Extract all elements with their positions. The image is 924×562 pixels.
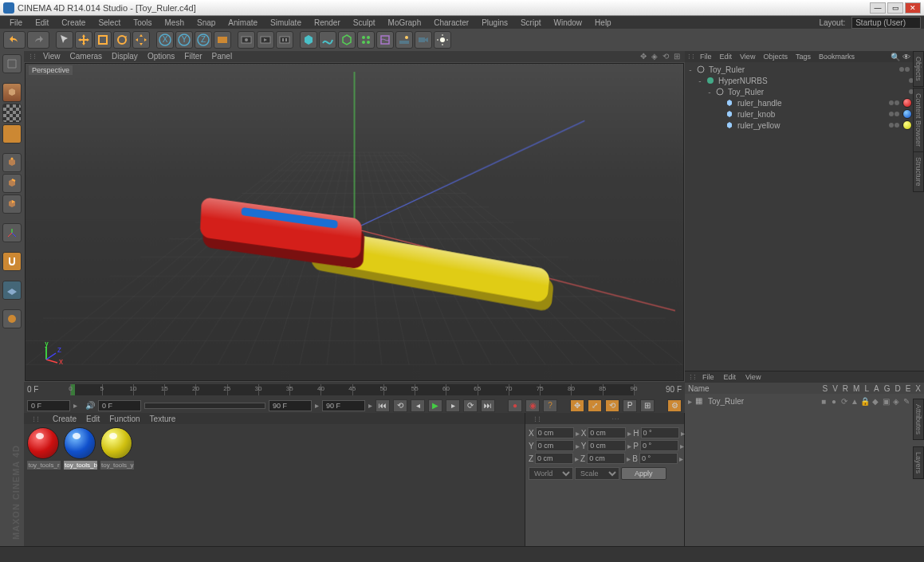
attr-v-icon[interactable]: ● <box>830 397 838 405</box>
close-button[interactable]: ✕ <box>905 2 921 14</box>
coord-sz-input[interactable] <box>587 453 625 464</box>
workplane-button[interactable] <box>2 281 22 300</box>
key-scale-button[interactable]: ⤢ <box>588 399 602 412</box>
coord-system[interactable] <box>214 31 231 49</box>
material-item[interactable]: toy_tools_y <box>100 427 134 470</box>
view-pan-icon[interactable]: ✥ <box>639 52 648 61</box>
drag-handle-icon[interactable]: ⫶⫶ <box>27 415 45 423</box>
layout-selector[interactable]: Startup (User) <box>851 17 921 29</box>
vtab-structure[interactable]: Structure <box>913 151 924 192</box>
attr-s-icon[interactable]: ■ <box>820 397 828 405</box>
next-frame-button[interactable]: ▸ <box>446 399 460 412</box>
objmenu-objects[interactable]: Objects <box>759 53 792 61</box>
coord-mode1-select[interactable]: World <box>529 467 573 480</box>
objmenu-file[interactable]: File <box>696 53 716 61</box>
keyframe-help-button[interactable]: ? <box>543 399 557 412</box>
spinner-icon[interactable]: ▸ <box>315 401 319 410</box>
object-name[interactable]: Toy_Ruler <box>707 65 898 74</box>
menu-mograph[interactable]: MoGraph <box>382 18 428 27</box>
menu-simulate[interactable]: Simulate <box>264 18 308 27</box>
x-axis-lock[interactable]: X <box>156 31 174 49</box>
menu-snap[interactable]: Snap <box>191 18 222 27</box>
attrmenu-edit[interactable]: Edit <box>719 373 741 381</box>
move-tool[interactable] <box>75 31 92 49</box>
coord-sx-input[interactable] <box>588 427 626 438</box>
search-icon[interactable]: 🔍 <box>891 52 900 61</box>
vmenu-display[interactable]: Display <box>107 52 143 61</box>
coord-y-input[interactable] <box>536 440 574 451</box>
z-axis-lock[interactable]: Z <box>195 31 212 49</box>
prev-frame-button[interactable]: ◂ <box>411 399 425 412</box>
material-list[interactable]: toy_tools_rtoy_tools_btoy_tools_y <box>24 424 525 546</box>
menu-tools[interactable]: Tools <box>127 18 158 27</box>
spinner-icon[interactable]: ▸ <box>368 401 372 410</box>
vtab-layers[interactable]: Layers <box>913 446 924 479</box>
matmenu-function[interactable]: Function <box>104 415 144 423</box>
menu-file[interactable]: File <box>3 18 29 27</box>
select-tool[interactable] <box>56 31 73 49</box>
drag-handle-icon[interactable]: ⫶⫶ <box>529 415 546 423</box>
y-axis-lock[interactable]: Y <box>175 31 193 49</box>
object-name[interactable]: ruler_handle <box>736 99 887 108</box>
autokey-button[interactable]: ◉ <box>525 399 540 412</box>
menu-animate[interactable]: Animate <box>222 18 264 27</box>
objmenu-bookmarks[interactable]: Bookmarks <box>815 53 859 61</box>
object-name[interactable]: HyperNURBS <box>717 77 907 85</box>
drag-handle-icon[interactable]: ⫶⫶ <box>688 373 698 381</box>
key-options-button[interactable]: ⚙ <box>667 399 682 412</box>
redo-button[interactable] <box>27 31 49 49</box>
model-mode[interactable] <box>2 83 22 102</box>
recent-tool[interactable] <box>132 31 150 49</box>
vtab-attributes[interactable]: Attributes <box>913 399 924 440</box>
tree-row[interactable]: ruler_handle <box>686 97 922 108</box>
add-deformer[interactable] <box>376 31 394 49</box>
coord-b-input[interactable] <box>639 453 678 464</box>
drag-handle-icon[interactable]: ⫶⫶ <box>27 52 38 61</box>
record-button[interactable]: ● <box>508 399 522 412</box>
menu-plugins[interactable]: Plugins <box>475 18 514 27</box>
objmenu-edit[interactable]: Edit <box>716 53 737 61</box>
make-editable[interactable] <box>2 54 22 73</box>
tree-row[interactable]: -HyperNURBS <box>686 75 922 86</box>
tree-row[interactable]: -Toy_Ruler <box>686 86 922 97</box>
add-light[interactable] <box>434 31 451 49</box>
render-settings[interactable] <box>276 31 293 49</box>
edges-mode[interactable] <box>2 174 22 193</box>
vmenu-options[interactable]: Options <box>143 52 179 61</box>
menu-help[interactable]: Help <box>588 18 618 27</box>
coord-z-input[interactable] <box>535 453 573 464</box>
add-spline[interactable] <box>319 31 336 49</box>
coord-h-input[interactable] <box>641 427 679 438</box>
objmenu-view[interactable]: View <box>736 53 759 61</box>
undo-button[interactable] <box>3 31 26 49</box>
axis-mode[interactable] <box>2 223 22 242</box>
attr-g-icon[interactable]: ▣ <box>882 397 890 405</box>
goto-start-button[interactable]: ⏮ <box>375 399 390 412</box>
objmenu-tags[interactable]: Tags <box>792 53 815 61</box>
polys-mode[interactable] <box>2 195 22 214</box>
vmenu-panel[interactable]: Panel <box>207 52 238 61</box>
goto-end-button[interactable]: ⏭ <box>481 399 495 412</box>
coord-p-input[interactable] <box>640 440 678 451</box>
frame-end2-input[interactable] <box>322 400 365 411</box>
key-rot-button[interactable]: ⟲ <box>605 399 619 412</box>
attr-m-icon[interactable]: ▲ <box>851 397 859 405</box>
loop-forward-button[interactable]: ⟳ <box>463 399 478 412</box>
view-zoom-icon[interactable]: ◈ <box>650 52 659 61</box>
viewport[interactable]: Perspective x y z <box>25 63 684 381</box>
maximize-button[interactable]: ▭ <box>887 2 903 14</box>
spinner-icon[interactable]: ▸ <box>73 401 77 410</box>
vtab-objects[interactable]: Objects <box>913 51 924 87</box>
menu-window[interactable]: Window <box>548 18 589 27</box>
timeline[interactable]: 0 F 051015202530354045505560657075808590… <box>24 382 685 398</box>
view-layout-icon[interactable]: ⊞ <box>672 52 682 61</box>
matmenu-edit[interactable]: Edit <box>81 415 104 423</box>
add-array[interactable] <box>357 31 375 49</box>
coord-mode2-select[interactable]: Scale <box>575 467 619 480</box>
points-mode[interactable] <box>2 153 22 172</box>
frame-current-input[interactable] <box>98 400 141 411</box>
menu-sculpt[interactable]: Sculpt <box>347 18 382 27</box>
attr-r-icon[interactable]: ⟳ <box>840 397 848 405</box>
add-environment[interactable] <box>395 31 413 49</box>
tree-twisty[interactable]: - <box>686 65 694 74</box>
